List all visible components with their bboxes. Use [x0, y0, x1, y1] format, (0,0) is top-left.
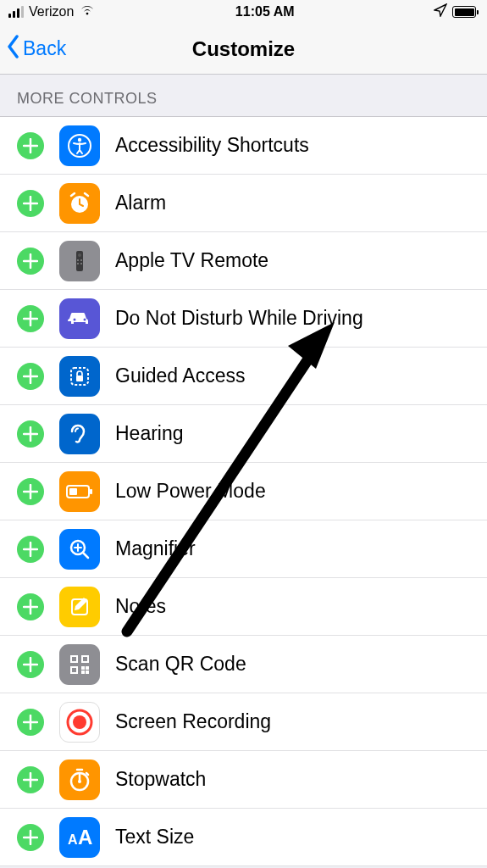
stopwatch-icon [59, 760, 100, 800]
svg-text:A: A [78, 826, 92, 849]
row-label: Text Size [115, 826, 194, 849]
row-label: Notes [115, 595, 166, 618]
svg-rect-24 [81, 666, 85, 670]
clock-label: 11:05 AM [235, 4, 295, 19]
row-label: Magnifier [115, 537, 196, 560]
nav-bar: Back Customize [0, 24, 487, 75]
svg-rect-23 [72, 668, 76, 672]
ear-icon [59, 414, 100, 454]
add-button[interactable] [17, 478, 44, 505]
add-button[interactable] [17, 248, 44, 275]
battery-icon [59, 471, 100, 512]
row-hearing[interactable]: Hearing [0, 405, 487, 463]
wifi-icon [79, 4, 96, 19]
magnifier-icon [59, 529, 100, 570]
svg-rect-27 [86, 670, 89, 674]
svg-rect-12 [76, 376, 83, 381]
row-label: Screen Recording [115, 710, 271, 733]
row-notes[interactable]: Notes [0, 578, 487, 636]
more-controls-list: Accessibility Shortcuts Alarm Apple TV R… [0, 117, 487, 866]
svg-point-29 [73, 715, 86, 729]
svg-rect-19 [72, 657, 76, 661]
add-button[interactable] [17, 305, 44, 332]
row-label: Hearing [115, 422, 184, 445]
text-size-icon: AA [59, 817, 100, 858]
row-label: Stopwatch [115, 768, 206, 791]
svg-rect-25 [86, 666, 89, 670]
record-icon [59, 702, 100, 743]
row-screen-recording[interactable]: Screen Recording [0, 693, 487, 751]
lock-dashed-icon [59, 356, 100, 397]
svg-rect-15 [90, 489, 92, 494]
svg-rect-26 [81, 670, 85, 674]
add-button[interactable] [17, 824, 44, 851]
svg-point-31 [78, 780, 81, 783]
add-button[interactable] [17, 651, 44, 678]
svg-point-9 [74, 318, 76, 320]
row-label: Accessibility Shortcuts [115, 134, 309, 157]
section-header: MORE CONTROLS [0, 75, 487, 117]
svg-point-4 [78, 253, 81, 257]
row-label: Scan QR Code [115, 653, 246, 676]
chevron-left-icon [7, 35, 20, 64]
qr-icon [59, 644, 100, 685]
add-button[interactable] [17, 709, 44, 736]
svg-point-8 [80, 263, 82, 264]
add-button[interactable] [17, 593, 44, 620]
row-label: Apple TV Remote [115, 249, 268, 272]
add-button[interactable] [17, 766, 44, 793]
battery-icon [452, 6, 479, 18]
carrier-label: Verizon [29, 4, 74, 19]
accessibility-icon [59, 125, 100, 166]
svg-point-6 [80, 259, 82, 261]
row-low-power-mode[interactable]: Low Power Mode [0, 463, 487, 520]
status-bar: Verizon 11:05 AM [0, 0, 487, 24]
svg-text:A: A [68, 832, 78, 847]
row-scan-qr[interactable]: Scan QR Code [0, 636, 487, 693]
page-title: Customize [192, 37, 295, 61]
car-icon [59, 298, 100, 339]
row-accessibility-shortcuts[interactable]: Accessibility Shortcuts [0, 117, 487, 175]
svg-point-1 [78, 137, 81, 141]
add-button[interactable] [17, 132, 44, 159]
back-button[interactable]: Back [7, 35, 66, 64]
row-guided-access[interactable]: Guided Access [0, 348, 487, 405]
row-label: Low Power Mode [115, 480, 266, 503]
add-button[interactable] [17, 363, 44, 390]
add-button[interactable] [17, 190, 44, 217]
svg-point-5 [77, 259, 79, 261]
svg-rect-21 [83, 657, 87, 661]
svg-point-7 [77, 263, 79, 264]
row-magnifier[interactable]: Magnifier [0, 520, 487, 578]
notes-icon [59, 587, 100, 627]
row-label: Alarm [115, 192, 166, 214]
row-text-size[interactable]: AA Text Size [0, 809, 487, 866]
row-label: Do Not Disturb While Driving [115, 307, 363, 330]
add-button[interactable] [17, 536, 44, 563]
svg-rect-14 [69, 488, 77, 495]
back-label: Back [23, 37, 66, 60]
add-button[interactable] [17, 420, 44, 448]
row-stopwatch[interactable]: Stopwatch [0, 751, 487, 809]
row-alarm[interactable]: Alarm [0, 175, 487, 232]
svg-point-10 [84, 318, 86, 320]
row-label: Guided Access [115, 364, 245, 387]
signal-strength-icon [8, 6, 24, 18]
row-apple-tv-remote[interactable]: Apple TV Remote [0, 232, 487, 290]
location-arrow-icon [434, 3, 447, 20]
alarm-icon [59, 183, 100, 224]
row-dnd-driving[interactable]: Do Not Disturb While Driving [0, 290, 487, 348]
remote-icon [59, 241, 100, 281]
